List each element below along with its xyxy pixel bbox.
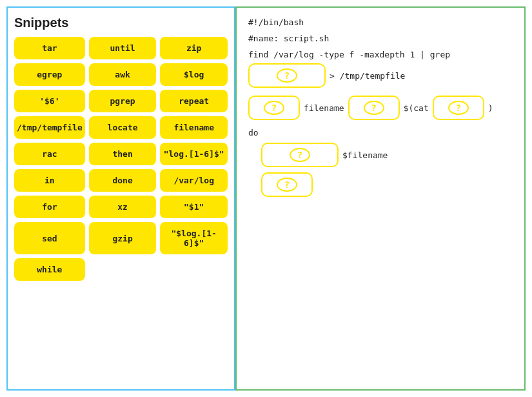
find-text: find /var/log -type f -maxdepth 1 | grep — [248, 50, 450, 59]
last-drop-row: ? — [261, 172, 513, 197]
drop-zone-4[interactable]: ? — [433, 96, 484, 120]
snippet-varlog[interactable]: /var/log — [160, 169, 228, 192]
snippet-for[interactable]: for — [14, 196, 85, 218]
drop-zone-6[interactable]: ? — [261, 172, 313, 197]
question-icon-5: ? — [290, 148, 310, 162]
name-line: #name: script.sh — [248, 34, 513, 43]
drop-zone-5[interactable]: ? — [261, 143, 339, 167]
snippet-filename[interactable]: filename — [160, 116, 228, 139]
snippet-gzip[interactable]: gzip — [89, 222, 157, 254]
question-icon-3: ? — [364, 101, 384, 115]
find-row: find /var/log -type f -maxdepth 1 | grep… — [248, 50, 513, 88]
left-panel: Snippets tar until zip egrep awk $log '$… — [6, 6, 235, 391]
question-icon-4: ? — [448, 101, 469, 115]
snippet-egrep[interactable]: egrep — [14, 63, 85, 86]
right-panel: #!/bin/bash #name: script.sh find /var/l… — [235, 6, 526, 391]
snippet-logrange[interactable]: "$log.[1-6]$" — [160, 222, 228, 254]
snippet-done[interactable]: done — [89, 169, 157, 192]
redirect-text: > /tmp/tempfile — [330, 71, 405, 81]
snippet-1[interactable]: "$1" — [160, 196, 228, 218]
snippet-tar[interactable]: tar — [14, 37, 85, 59]
question-icon-1: ? — [277, 68, 297, 83]
snippet-log[interactable]: $log — [160, 63, 228, 86]
for-row: ? filename ? $(cat ? ) — [248, 96, 513, 120]
snippet-then[interactable]: then — [89, 143, 157, 165]
name-section: #name: script.sh — [248, 34, 513, 43]
snippet-pgrep[interactable]: pgrep — [89, 90, 157, 112]
snippet-log16[interactable]: "log.[1-6]$" — [160, 143, 228, 165]
snippet-in[interactable]: in — [14, 169, 85, 192]
do-row: do — [248, 128, 513, 137]
question-icon-2: ? — [264, 101, 284, 115]
snippet-sed[interactable]: sed — [14, 222, 85, 254]
snippet-zip[interactable]: zip — [160, 37, 228, 59]
snippet-rac[interactable]: rac — [14, 143, 85, 165]
question-icon-6: ? — [277, 178, 297, 192]
drop-zone-2[interactable]: ? — [248, 96, 300, 120]
snippet-tmpfile[interactable]: /tmp/tempfile — [14, 116, 85, 139]
do-text: do — [248, 128, 259, 137]
cat-text: $(cat — [404, 103, 429, 113]
snippet-until[interactable]: until — [89, 37, 157, 59]
snippet-awk[interactable]: awk — [89, 63, 157, 86]
snippet-repeat[interactable]: repeat — [160, 90, 228, 112]
snippet-locate[interactable]: locate — [89, 116, 157, 139]
snippet-while[interactable]: while — [14, 258, 85, 281]
drop-zone-3[interactable]: ? — [348, 96, 400, 120]
snippets-title: Snippets — [14, 15, 228, 30]
shebang-line: #!/bin/bash — [248, 17, 513, 27]
filename-row: ? $filename — [261, 143, 513, 167]
snippet-grid: tar until zip egrep awk $log '$6' pgrep … — [14, 37, 228, 281]
paren-text: ) — [488, 103, 493, 113]
snippet-xz[interactable]: xz — [89, 196, 157, 218]
dollar-filename-text: $filename — [342, 150, 388, 160]
shebang-section: #!/bin/bash — [248, 17, 513, 27]
main-container: Snippets tar until zip egrep awk $log '$… — [6, 6, 526, 391]
snippet-6[interactable]: '$6' — [14, 90, 85, 112]
filename-text: filename — [304, 103, 344, 113]
drop-zone-1[interactable]: ? — [248, 63, 326, 88]
